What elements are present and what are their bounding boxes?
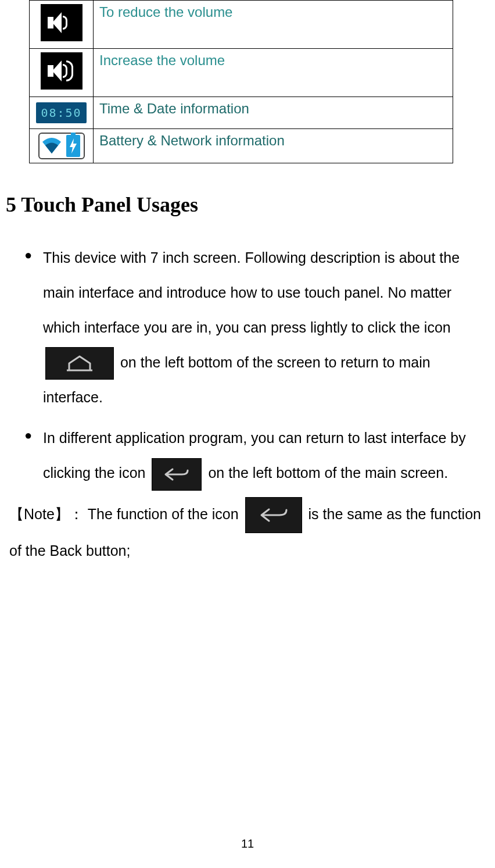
note-paragraph: 【Note】： The function of the icon is the … [9, 496, 489, 568]
back-icon [152, 458, 202, 491]
volume-up-icon [41, 52, 82, 90]
wifi-icon [41, 136, 63, 156]
volume-down-icon [41, 4, 82, 41]
bullet-list: This device with 7 inch screen. Followin… [6, 240, 489, 491]
row-description: Increase the volume [99, 52, 225, 68]
bullet-text: This device with 7 inch screen. Followin… [43, 249, 460, 335]
table-row: To reduce the volume [30, 1, 453, 49]
list-item: In different application program, you ca… [24, 420, 489, 490]
row-description: Battery & Network information [99, 133, 285, 148]
row-description: Time & Date information [99, 101, 249, 116]
note-label: 【Note】： [9, 506, 84, 522]
battery-charging-icon [66, 135, 80, 157]
table-row: Battery & Network information [30, 129, 453, 163]
table-row: 08:50 Time & Date information [30, 97, 453, 129]
home-icon [45, 347, 114, 380]
row-description: To reduce the volume [99, 4, 232, 20]
section-heading: 5 Touch Panel Usages [6, 192, 489, 217]
list-item: This device with 7 inch screen. Followin… [24, 240, 489, 415]
clock-icon: 08:50 [36, 102, 86, 123]
back-icon [245, 497, 302, 533]
table-row: Increase the volume [30, 49, 453, 97]
page-number: 11 [0, 837, 495, 851]
bullet-text: on the left bottom of the main screen. [208, 465, 448, 481]
icon-description-table: To reduce the volume Increase the volume… [29, 0, 453, 163]
wifi-battery-icon [38, 133, 85, 159]
note-text: The function of the icon [88, 506, 243, 522]
